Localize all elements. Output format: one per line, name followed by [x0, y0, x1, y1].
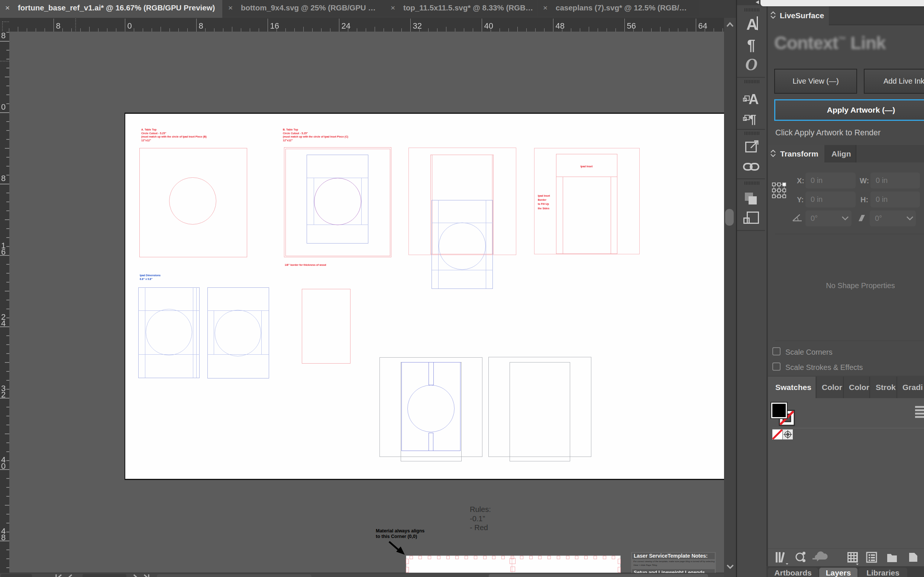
svg-text:¶: ¶	[749, 112, 757, 126]
svg-text:¶: ¶	[747, 37, 755, 53]
svg-text:0: 0	[1, 461, 6, 471]
svg-text:Ipad Inset: Ipad Inset	[581, 165, 593, 168]
svg-text:Ipad Dimensions: Ipad Dimensions	[140, 274, 161, 277]
svg-text:2: 2	[1, 390, 6, 399]
svg-text:to Fill Up: to Fill Up	[538, 203, 549, 206]
svg-text:A: A	[746, 16, 758, 33]
svg-text:8: 8	[1, 31, 6, 40]
svg-text:O: O	[745, 55, 758, 74]
svg-text:Border: Border	[538, 198, 546, 201]
svg-text:0: 0	[1, 102, 6, 111]
svg-text:12”x12”: 12”x12”	[283, 139, 293, 142]
svg-text:Circle Cutout - 5.25”: Circle Cutout - 5.25”	[141, 132, 166, 135]
svg-text:8: 8	[56, 21, 60, 31]
svg-text:8: 8	[1, 533, 6, 542]
svg-text:6.8” x 9.8”: 6.8” x 9.8”	[140, 278, 152, 280]
svg-text:32: 32	[412, 21, 422, 31]
svg-text:8: 8	[1, 174, 6, 183]
svg-text:48: 48	[555, 21, 564, 31]
svg-text:A. Table Top: A. Table Top	[141, 128, 156, 131]
svg-text:Circle Cutout - 5.25”: Circle Cutout - 5.25”	[283, 132, 308, 135]
svg-text:0: 0	[127, 21, 132, 31]
svg-text:64: 64	[698, 21, 707, 31]
svg-text:the Sides: the Sides	[538, 207, 549, 210]
svg-text:12”x12”: 12”x12”	[141, 139, 151, 142]
svg-text:1/8” border for thickness of w: 1/8” border for thickness of wood	[285, 264, 326, 266]
svg-text:(must match up with the circle: (must match up with the circle of Ipad I…	[283, 135, 348, 138]
svg-text:16: 16	[270, 21, 279, 31]
svg-text:56: 56	[627, 21, 636, 31]
svg-text:8: 8	[198, 21, 203, 31]
svg-text:24: 24	[341, 21, 350, 31]
svg-text:(must match up with the circle: (must match up with the circle of Ipad I…	[141, 135, 207, 138]
svg-text:B. Table Top: B. Table Top	[283, 128, 298, 131]
svg-text:40: 40	[484, 21, 493, 31]
svg-text:Ipad Inset: Ipad Inset	[538, 195, 550, 197]
svg-text:4: 4	[1, 319, 6, 328]
svg-text:6: 6	[1, 247, 6, 256]
svg-text:A: A	[749, 92, 758, 107]
